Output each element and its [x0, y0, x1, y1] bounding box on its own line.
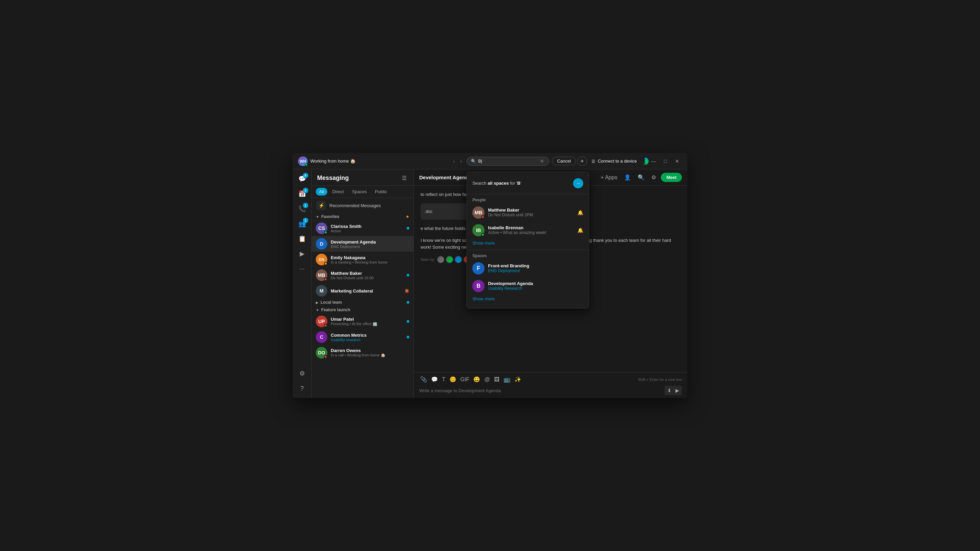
people-action-button[interactable]: 👤: [622, 173, 633, 182]
filter-tab-direct[interactable]: Direct: [329, 188, 347, 195]
sidebar-icon-messaging[interactable]: 💬 5: [295, 172, 309, 186]
clarissa-avatar: CS: [316, 222, 327, 234]
ai-button[interactable]: ✨: [514, 375, 522, 384]
people-badge: 1: [303, 218, 308, 223]
clarissa-name: Clarissa Smith: [331, 224, 404, 229]
emoji-button[interactable]: 😊: [449, 375, 457, 384]
messaging-title: Messaging: [317, 175, 401, 182]
people-section-label: People: [467, 195, 589, 204]
messaging-panel: Messaging ☰ All Direct Spaces Public ⚡ R…: [312, 169, 414, 398]
sticker-button[interactable]: 😀: [472, 375, 481, 384]
mention-button[interactable]: @: [483, 375, 491, 384]
back-button[interactable]: ‹: [451, 157, 457, 165]
search-dropdown: Search all spaces for 'B' → People MB Ma…: [466, 172, 589, 308]
recommended-section[interactable]: ⚡ Recommended Messages: [312, 198, 414, 213]
minimize-button[interactable]: —: [649, 157, 659, 165]
filter-tab-all[interactable]: All: [316, 188, 327, 195]
settings-action-button[interactable]: ⚙: [649, 173, 658, 182]
spaces-show-more[interactable]: Show more: [467, 295, 589, 304]
local-team-header[interactable]: ▶ Local team: [312, 299, 414, 306]
send-button[interactable]: ▶: [673, 386, 681, 395]
chat-actions: + Apps 👤 🔍 ⚙ Meet: [598, 173, 682, 182]
seen-avatar-1: [437, 256, 444, 263]
matthew-sub: Do Not Disturb until 2PM: [488, 213, 574, 218]
meet-button[interactable]: Meet: [661, 173, 682, 182]
isabelle-name: Isabelle Brennan: [488, 225, 574, 230]
search-action-button[interactable]: 🔍: [636, 173, 646, 182]
search-icon: 🔍: [471, 159, 476, 164]
list-item[interactable]: CS Clarissa Smith Active: [312, 221, 414, 236]
connect-device-label: Connect to a device: [598, 159, 637, 164]
filter-tab-spaces[interactable]: Spaces: [348, 188, 370, 195]
forward-button[interactable]: ›: [458, 157, 464, 165]
dropdown-space-frontend[interactable]: F Front-end Branding ENG Deployment: [467, 259, 589, 277]
sidebar-icon-calendar[interactable]: 📅 1: [295, 187, 309, 201]
nav-buttons: ‹ ›: [451, 157, 464, 165]
spaces-section-label: Spaces: [467, 251, 589, 259]
close-button[interactable]: ✕: [672, 157, 682, 165]
development-info: Development Agenda ENG Deployment: [331, 240, 409, 249]
local-team-unread: [407, 301, 409, 304]
dropdown-divider-1: [467, 194, 589, 194]
star-icon: ★: [406, 214, 409, 219]
dropdown-person-matthew[interactable]: MB Matthew Baker Do Not Disturb until 2P…: [467, 204, 589, 221]
message-input[interactable]: [419, 388, 662, 393]
local-team-label: Local team: [321, 300, 407, 305]
isabelle-avatar: IB: [472, 224, 485, 237]
frontend-space-name: Front-end Branding: [488, 263, 583, 268]
marketing-avatar: M: [316, 285, 327, 297]
quote-button[interactable]: 💬: [430, 375, 439, 384]
connect-device-button[interactable]: 🖥 Connect to a device: [591, 157, 649, 165]
umar-unread-dot: [407, 320, 409, 323]
seen-label: Seen by: [421, 257, 434, 262]
format-button[interactable]: T: [441, 375, 447, 384]
sidebar-icon-settings[interactable]: ⚙: [295, 367, 309, 380]
messaging-badge: 5: [303, 173, 308, 178]
feature-launch-header[interactable]: ▼ Feature launch: [312, 306, 414, 314]
matthew-name: Matthew Baker: [488, 208, 574, 213]
marketing-info: Marketing Collateral: [331, 288, 402, 294]
clarissa-meta: [407, 227, 409, 230]
list-item[interactable]: D Development Agenda ENG Deployment: [312, 236, 414, 252]
new-button[interactable]: +: [578, 156, 587, 166]
emily-sub: In a meeting • Working from home: [331, 260, 409, 264]
image-button[interactable]: 🖼: [493, 375, 501, 384]
sidebar-icon-directory[interactable]: 📋: [295, 232, 309, 246]
favorites-label: Favorites: [321, 214, 404, 219]
marketing-name: Marketing Collateral: [331, 288, 402, 294]
send-options-button[interactable]: ⬇: [665, 386, 673, 395]
cancel-button[interactable]: Cancel: [552, 157, 576, 165]
messaging-menu-button[interactable]: ☰: [401, 173, 408, 183]
sidebar-icon-help[interactable]: ?: [295, 382, 309, 395]
sidebar-icon-people[interactable]: 👥 1: [295, 217, 309, 230]
development-sub: ENG Deployment: [331, 245, 409, 249]
filter-tab-public[interactable]: Public: [372, 188, 390, 195]
list-item[interactable]: MB Matthew Baker Do Not Disturb until 16…: [312, 267, 414, 283]
lightning-icon: ⚡: [317, 201, 326, 210]
list-item[interactable]: EN Emily Nakagawa In a meeting • Working…: [312, 252, 414, 267]
search-go-button[interactable]: →: [573, 178, 583, 189]
search-bar[interactable]: 🔍 ✕: [466, 157, 549, 166]
maximize-button[interactable]: □: [662, 157, 670, 165]
dropdown-space-development[interactable]: B Development Agenda Usability Research: [467, 277, 589, 295]
list-item[interactable]: DO Darren Owens In a call • Working from…: [312, 345, 414, 360]
emily-info: Emily Nakagawa In a meeting • Working fr…: [331, 255, 409, 264]
settings-icon: ⚙: [299, 370, 305, 377]
search-input[interactable]: [478, 159, 539, 164]
favorites-header[interactable]: ▼ Favorites ★: [312, 213, 414, 221]
list-item[interactable]: M Marketing Collateral 🔕: [312, 283, 414, 299]
isabelle-sub: Active • What an amazing week!: [488, 230, 574, 235]
sidebar-icon-calling[interactable]: 📞 1: [295, 202, 309, 216]
frontend-space-sub: ENG Deployment: [488, 268, 583, 273]
screen-button[interactable]: 📺: [503, 375, 511, 384]
list-item[interactable]: C Common Metrics Usability research: [312, 329, 414, 345]
gif-button[interactable]: GIF: [460, 375, 471, 384]
attach-button[interactable]: 📎: [419, 375, 428, 384]
add-apps-button[interactable]: + Apps: [598, 173, 619, 182]
clear-search-button[interactable]: ✕: [539, 159, 545, 164]
list-item[interactable]: UP Umar Patel Presenting • At the office…: [312, 314, 414, 329]
people-show-more[interactable]: Show more: [467, 239, 589, 248]
dropdown-person-isabelle[interactable]: IB Isabelle Brennan Active • What an ama…: [467, 221, 589, 239]
sidebar-icon-forward[interactable]: ▶: [295, 247, 309, 260]
sidebar-icon-more[interactable]: ···: [295, 262, 309, 275]
